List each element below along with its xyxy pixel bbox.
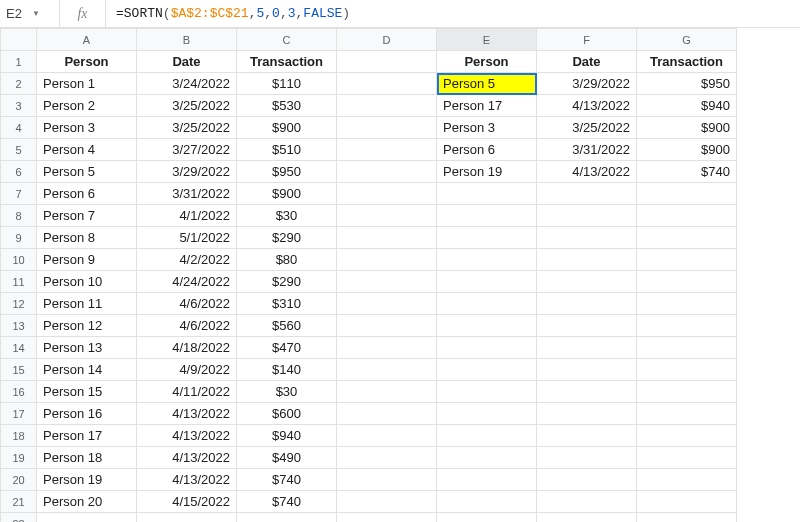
cell-G20[interactable]	[637, 469, 737, 491]
cell-E7[interactable]	[437, 183, 537, 205]
cell-A10[interactable]: Person 9	[37, 249, 137, 271]
cell-A18[interactable]: Person 17	[37, 425, 137, 447]
cell-C8[interactable]: $30	[237, 205, 337, 227]
row-header-6[interactable]: 6	[1, 161, 37, 183]
cell-D14[interactable]	[337, 337, 437, 359]
column-header-A[interactable]: A	[37, 29, 137, 51]
cell-G19[interactable]	[637, 447, 737, 469]
name-box[interactable]: E2 ▼	[0, 0, 60, 27]
column-header-F[interactable]: F	[537, 29, 637, 51]
cell-B6[interactable]: 3/29/2022	[137, 161, 237, 183]
cell-G10[interactable]	[637, 249, 737, 271]
cell-C13[interactable]: $560	[237, 315, 337, 337]
cell-E22[interactable]	[437, 513, 537, 523]
cell-F14[interactable]	[537, 337, 637, 359]
column-header-C[interactable]: C	[237, 29, 337, 51]
row-header-14[interactable]: 14	[1, 337, 37, 359]
column-header-D[interactable]: D	[337, 29, 437, 51]
cell-E2[interactable]: Person 5	[437, 73, 537, 95]
cell-C17[interactable]: $600	[237, 403, 337, 425]
cell-F10[interactable]	[537, 249, 637, 271]
cell-C6[interactable]: $950	[237, 161, 337, 183]
cell-B12[interactable]: 4/6/2022	[137, 293, 237, 315]
cell-D22[interactable]	[337, 513, 437, 523]
cell-E11[interactable]	[437, 271, 537, 293]
cell-G16[interactable]	[637, 381, 737, 403]
cell-F2[interactable]: 3/29/2022	[537, 73, 637, 95]
cell-F21[interactable]	[537, 491, 637, 513]
cell-A1[interactable]: Person	[37, 51, 137, 73]
cell-A2[interactable]: Person 1	[37, 73, 137, 95]
row-header-2[interactable]: 2	[1, 73, 37, 95]
cell-D19[interactable]	[337, 447, 437, 469]
row-header-7[interactable]: 7	[1, 183, 37, 205]
row-header-19[interactable]: 19	[1, 447, 37, 469]
spreadsheet-grid[interactable]: ABCDEFG1PersonDateTransactionPersonDateT…	[0, 28, 800, 522]
cell-B22[interactable]	[137, 513, 237, 523]
cell-D11[interactable]	[337, 271, 437, 293]
row-header-18[interactable]: 18	[1, 425, 37, 447]
cell-E13[interactable]	[437, 315, 537, 337]
cell-D20[interactable]	[337, 469, 437, 491]
cell-F3[interactable]: 4/13/2022	[537, 95, 637, 117]
cell-E17[interactable]	[437, 403, 537, 425]
cell-F4[interactable]: 3/25/2022	[537, 117, 637, 139]
cell-F16[interactable]	[537, 381, 637, 403]
cell-A3[interactable]: Person 2	[37, 95, 137, 117]
cell-E10[interactable]	[437, 249, 537, 271]
cell-A17[interactable]: Person 16	[37, 403, 137, 425]
cell-B18[interactable]: 4/13/2022	[137, 425, 237, 447]
cell-A12[interactable]: Person 11	[37, 293, 137, 315]
cell-E1[interactable]: Person	[437, 51, 537, 73]
cell-B13[interactable]: 4/6/2022	[137, 315, 237, 337]
row-header-1[interactable]: 1	[1, 51, 37, 73]
cell-B5[interactable]: 3/27/2022	[137, 139, 237, 161]
cell-A7[interactable]: Person 6	[37, 183, 137, 205]
cell-A21[interactable]: Person 20	[37, 491, 137, 513]
row-header-21[interactable]: 21	[1, 491, 37, 513]
cell-B3[interactable]: 3/25/2022	[137, 95, 237, 117]
select-all-corner[interactable]	[1, 29, 37, 51]
cell-G12[interactable]	[637, 293, 737, 315]
cell-D21[interactable]	[337, 491, 437, 513]
formula-input[interactable]: =SORTN($A$2:$C$21,5,0,3,FALSE)	[106, 0, 800, 27]
cell-C9[interactable]: $290	[237, 227, 337, 249]
cell-C1[interactable]: Transaction	[237, 51, 337, 73]
row-header-10[interactable]: 10	[1, 249, 37, 271]
cell-C5[interactable]: $510	[237, 139, 337, 161]
cell-G2[interactable]: $950	[637, 73, 737, 95]
cell-F19[interactable]	[537, 447, 637, 469]
cell-G4[interactable]: $900	[637, 117, 737, 139]
row-header-4[interactable]: 4	[1, 117, 37, 139]
cell-G7[interactable]	[637, 183, 737, 205]
row-header-9[interactable]: 9	[1, 227, 37, 249]
cell-G9[interactable]	[637, 227, 737, 249]
cell-F11[interactable]	[537, 271, 637, 293]
cell-E19[interactable]	[437, 447, 537, 469]
cell-C22[interactable]	[237, 513, 337, 523]
row-header-22[interactable]: 22	[1, 513, 37, 523]
cell-D2[interactable]	[337, 73, 437, 95]
cell-E16[interactable]	[437, 381, 537, 403]
row-header-8[interactable]: 8	[1, 205, 37, 227]
cell-F5[interactable]: 3/31/2022	[537, 139, 637, 161]
cell-G18[interactable]	[637, 425, 737, 447]
cell-D1[interactable]	[337, 51, 437, 73]
cell-G14[interactable]	[637, 337, 737, 359]
cell-B16[interactable]: 4/11/2022	[137, 381, 237, 403]
cell-B14[interactable]: 4/18/2022	[137, 337, 237, 359]
cell-C14[interactable]: $470	[237, 337, 337, 359]
cell-A13[interactable]: Person 12	[37, 315, 137, 337]
cell-A22[interactable]	[37, 513, 137, 523]
cell-E15[interactable]	[437, 359, 537, 381]
cell-E9[interactable]	[437, 227, 537, 249]
cell-D16[interactable]	[337, 381, 437, 403]
cell-C21[interactable]: $740	[237, 491, 337, 513]
cell-D9[interactable]	[337, 227, 437, 249]
cell-B11[interactable]: 4/24/2022	[137, 271, 237, 293]
cell-A15[interactable]: Person 14	[37, 359, 137, 381]
cell-E20[interactable]	[437, 469, 537, 491]
cell-F22[interactable]	[537, 513, 637, 523]
row-header-5[interactable]: 5	[1, 139, 37, 161]
row-header-20[interactable]: 20	[1, 469, 37, 491]
